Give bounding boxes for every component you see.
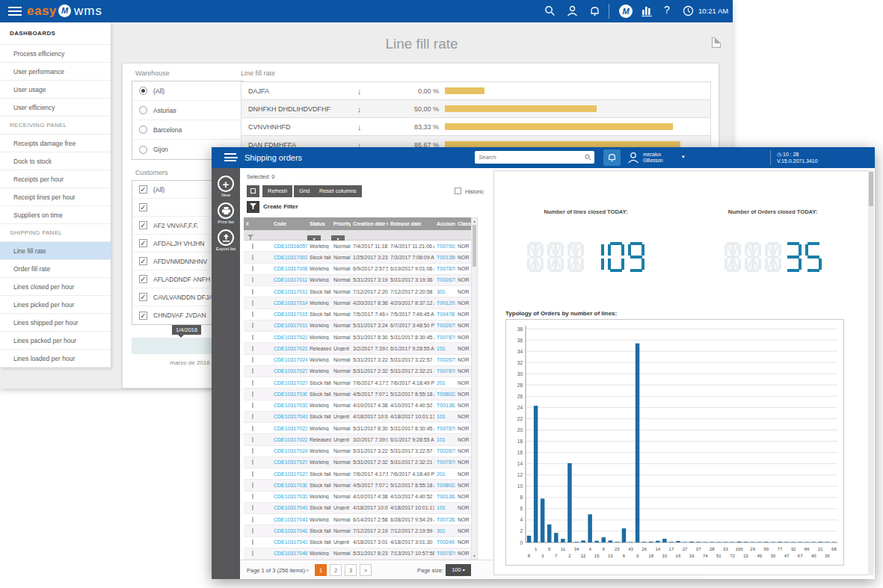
filter-button[interactable] <box>247 201 259 213</box>
table-row[interactable]: CDE1031703075Stock failureNormal4/5/2017… <box>244 480 471 491</box>
account[interactable]: T007870 <box>434 335 455 340</box>
sidebar-item-lines-closed-per-hour[interactable]: Lines closed per hour <box>0 278 111 296</box>
sidebar-item-user-performance[interactable]: User performance <box>0 63 111 81</box>
column-header-priority[interactable]: Priority <box>331 221 351 226</box>
order-code[interactable]: CDE1031703075 <box>271 483 307 488</box>
table-row[interactable]: CDE1031704194WorkingNormal6/14/2017 2:58… <box>244 514 471 525</box>
row-checkbox[interactable] <box>252 414 253 419</box>
column-header--[interactable]: # <box>244 221 271 226</box>
order-code[interactable]: CDE1031701237 <box>271 289 307 294</box>
account[interactable]: 201 <box>434 380 455 386</box>
account[interactable]: T001356 <box>434 255 455 260</box>
page-button-3[interactable]: 3 <box>345 564 357 576</box>
row-checkbox[interactable] <box>252 459 253 465</box>
help-icon[interactable]: ? <box>664 4 670 16</box>
order-code[interactable]: CDE1031702436 <box>271 448 307 454</box>
account[interactable]: T007870 <box>434 266 455 271</box>
row-checkbox[interactable] <box>252 266 253 271</box>
column-header-status[interactable]: Status <box>307 221 331 226</box>
account[interactable]: T007282 <box>434 517 455 522</box>
account[interactable]: 301 <box>434 289 455 294</box>
row-checkbox[interactable] <box>252 551 253 556</box>
radio-unselected[interactable] <box>139 126 147 134</box>
table-row[interactable]: CDE1031701214WorkingNormal5/31/2017 3:19… <box>244 275 471 286</box>
column-header-release-date[interactable]: Release date <box>388 221 434 226</box>
sidebar-item-suppliers-on-time[interactable]: Suppliers on time <box>0 206 111 224</box>
table-row[interactable]: CDE1031703325WorkingNormal4/10/2017 4:38… <box>244 492 471 503</box>
checkbox-checked[interactable]: ✓ <box>139 312 147 320</box>
order-code[interactable]: CDE1031704153 <box>271 505 307 510</box>
row-checkbox[interactable] <box>252 335 253 340</box>
account[interactable]: T007870 <box>434 459 455 465</box>
table-row[interactable]: CDE1031605782WorkingNormal7/4/2017 11:18… <box>244 241 471 252</box>
window-menu-icon[interactable] <box>224 153 236 161</box>
order-code[interactable]: CDE1031704304 <box>271 539 307 545</box>
account[interactable]: T002675 <box>434 357 455 362</box>
table-row[interactable]: CDE1031702436WorkingNormal5/31/2017 3:22… <box>244 446 471 457</box>
account[interactable]: T008022 <box>434 483 455 488</box>
row-checkbox[interactable] <box>252 323 253 328</box>
account[interactable]: 101 <box>434 437 455 442</box>
chevron-down-icon[interactable]: ▾ <box>682 154 685 160</box>
warehouse-option[interactable]: (All) <box>132 81 243 101</box>
account[interactable]: T002675 <box>434 277 455 282</box>
sidebar-item-lines-packed-per-hour[interactable]: Lines packed per hour <box>0 332 111 350</box>
table-scrollbar[interactable]: ▲ ▼ <box>471 217 478 560</box>
sidebar-item-receipt-lines-per-hour[interactable]: Receipt lines per hour <box>0 188 111 206</box>
table-row[interactable]: CDE1031702250WorkingNormal5/31/2017 8:30… <box>244 332 471 343</box>
account[interactable]: T007870 <box>434 426 455 431</box>
grid-button[interactable]: Grid <box>294 185 315 197</box>
account[interactable]: T004783 <box>434 312 455 317</box>
order-code[interactable]: CDE1031701971 <box>271 323 307 328</box>
account[interactable]: T002675 <box>434 323 455 328</box>
table-row[interactable]: CDE1031702436WorkingNormal5/31/2017 3:22… <box>244 355 471 366</box>
order-code[interactable]: CDE1031702702 <box>271 368 307 374</box>
next-page-button[interactable]: > <box>360 564 372 576</box>
funnel-icon[interactable] <box>247 235 253 241</box>
order-code[interactable]: CDE1031702250 <box>271 426 307 431</box>
order-code[interactable]: CDE1031704226 <box>271 528 307 533</box>
account[interactable]: T001362 <box>434 403 455 408</box>
row-checkbox[interactable] <box>252 277 253 282</box>
checkbox-checked[interactable]: ✓ <box>139 275 147 283</box>
row-checkbox[interactable] <box>252 517 253 522</box>
table-row[interactable]: CDE1031703325WorkingNormal4/10/2017 4:38… <box>244 400 471 412</box>
table-row[interactable]: CDE1031701531Stock failureNormal7/5/2017… <box>244 309 471 321</box>
export-page-icon[interactable] <box>712 37 721 48</box>
order-code[interactable]: CDE1031703325 <box>271 494 307 499</box>
order-code[interactable]: CDE1031704816 <box>271 551 307 556</box>
create-filter-label[interactable]: Create Filter <box>263 203 298 210</box>
table-row[interactable]: CDE1031704153Stock failureUrgent4/18/201… <box>244 503 471 514</box>
account[interactable]: T007870 <box>434 368 455 374</box>
menu-icon[interactable] <box>8 7 22 16</box>
account[interactable]: 101 <box>434 505 455 510</box>
account[interactable]: T001293 <box>434 300 455 306</box>
order-code[interactable]: CDE1031700388 <box>271 255 307 260</box>
row-checkbox[interactable] <box>252 380 253 386</box>
order-code[interactable]: CDE1031702268 <box>271 437 307 442</box>
row-checkbox[interactable] <box>252 289 253 294</box>
table-row[interactable]: CDE1031701237Stock failureNormal7/12/201… <box>244 286 471 297</box>
mecalux-icon[interactable]: M <box>619 4 633 18</box>
row-checkbox[interactable] <box>252 346 253 351</box>
checkbox-checked[interactable]: ✓ <box>139 239 147 247</box>
sidebar-item-receipts-per-hour[interactable]: Receipts per hour <box>0 170 111 188</box>
page-size-select[interactable]: 100 ▾ <box>446 564 471 576</box>
print-list-button[interactable]: Print list <box>212 202 240 224</box>
order-code[interactable]: CDE1031704194 <box>271 517 307 522</box>
sidebar-item-receipts-damage-free[interactable]: Receipts damage free <box>0 134 111 152</box>
order-code[interactable]: CDE1031703075 <box>271 392 307 397</box>
checkbox-checked[interactable]: ✓ <box>139 203 147 211</box>
checkbox-checked[interactable]: ✓ <box>139 257 147 265</box>
column-header-account[interactable]: Account <box>434 221 455 226</box>
order-code[interactable]: CDE1031702268 <box>271 346 307 351</box>
table-row[interactable]: CDE1031700388Stock failureNormal1/25/201… <box>244 252 471 263</box>
sidebar-item-lines-loaded-per-hour[interactable]: Lines loaded per hour <box>0 350 111 368</box>
notifications-button[interactable] <box>603 149 621 166</box>
row-checkbox[interactable] <box>252 539 253 545</box>
table-row[interactable]: CDE1031704226Stock failureNormal7/12/201… <box>244 525 471 536</box>
scrollbar-thumb[interactable] <box>473 225 476 267</box>
row-checkbox[interactable] <box>252 505 253 510</box>
row-checkbox[interactable] <box>252 483 253 488</box>
table-row[interactable]: CDE1031704153Stock failureUrgent4/18/201… <box>244 412 471 423</box>
